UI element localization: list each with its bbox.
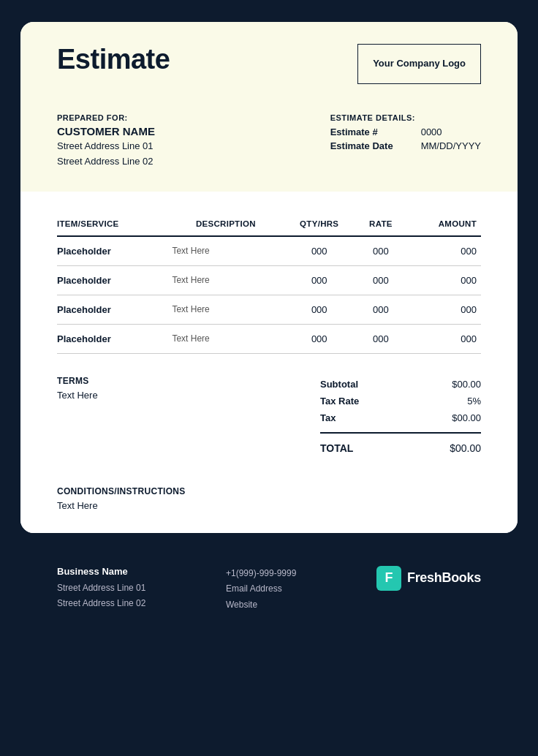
col-amount: AMOUNT <box>407 213 481 236</box>
cell-rate-3: 000 <box>359 324 406 353</box>
tax-rate-row: Tax Rate 5% <box>320 393 481 409</box>
cell-item-1: Placeholder <box>57 265 172 295</box>
doc-title-block: Estimate <box>57 44 170 75</box>
estimate-number-value: 0000 <box>421 126 442 137</box>
tax-value: $00.00 <box>452 412 481 423</box>
customer-name: CUSTOMER NAME <box>57 125 155 137</box>
cell-qty-0: 000 <box>284 236 359 266</box>
page-footer: Business Name Street Address Line 01 Str… <box>20 548 518 635</box>
totals-divider <box>320 432 481 434</box>
cell-amount-3: 000 <box>407 324 481 353</box>
subtotal-label: Subtotal <box>320 379 358 390</box>
estimate-date-value: MM/DD/YYYY <box>421 140 481 151</box>
items-table: ITEM/SERVICE DESCRIPTION QTY/HRS RATE AM… <box>57 213 481 354</box>
cell-amount-0: 000 <box>407 236 481 266</box>
tax-label: Tax <box>320 412 336 423</box>
total-label: TOTAL <box>320 442 353 454</box>
total-value: $00.00 <box>450 442 481 454</box>
footer-email: Email Address <box>226 581 296 597</box>
cell-amount-2: 000 <box>407 295 481 324</box>
table-header-row: ITEM/SERVICE DESCRIPTION QTY/HRS RATE AM… <box>57 213 481 236</box>
table-row: Placeholder Text Here 000 000 000 <box>57 324 481 353</box>
cell-desc-1: Text Here <box>172 265 284 295</box>
subtotal-row: Subtotal $00.00 <box>320 376 481 393</box>
cell-rate-2: 000 <box>359 295 406 324</box>
terms-text: Text Here <box>57 390 98 401</box>
estimate-date-label: Estimate Date <box>330 140 411 151</box>
footer-contact-block: +1(999)-999-9999 Email Address Website <box>226 566 296 613</box>
footer-website: Website <box>226 597 296 613</box>
estimate-date-row: Estimate Date MM/DD/YYYY <box>330 140 481 151</box>
subtotal-value: $00.00 <box>452 379 481 390</box>
footer-phone: +1(999)-999-9999 <box>226 566 296 582</box>
footer-address-line1: Street Address Line 01 <box>57 581 145 597</box>
cell-desc-3: Text Here <box>172 324 284 353</box>
freshbooks-brand: F FreshBooks <box>376 566 481 591</box>
cell-item-0: Placeholder <box>57 236 172 266</box>
cell-rate-1: 000 <box>359 265 406 295</box>
tax-rate-value: 5% <box>467 396 481 407</box>
prepared-for-block: PREPARED FOR: CUSTOMER NAME Street Addre… <box>57 113 155 170</box>
freshbooks-name: FreshBooks <box>407 570 481 586</box>
cell-qty-1: 000 <box>284 265 359 295</box>
freshbooks-icon-letter: F <box>384 570 393 586</box>
cell-qty-2: 000 <box>284 295 359 324</box>
cell-desc-2: Text Here <box>172 295 284 324</box>
terms-totals-row: TERMS Text Here Subtotal $00.00 Tax Rate… <box>57 376 481 457</box>
cell-item-2: Placeholder <box>57 295 172 324</box>
estimate-number-row: Estimate # 0000 <box>330 126 481 137</box>
address-line-1: Street Address Line 01 <box>57 139 155 154</box>
estimate-details-block: ESTIMATE DETAILS: Estimate # 0000 Estima… <box>330 113 481 154</box>
cell-qty-3: 000 <box>284 324 359 353</box>
cell-amount-1: 000 <box>407 265 481 295</box>
cell-desc-0: Text Here <box>172 236 284 266</box>
footer-business-name: Business Name <box>57 566 145 577</box>
estimate-number-label: Estimate # <box>330 126 411 137</box>
conditions-text: Text Here <box>57 500 481 511</box>
conditions-block: CONDITIONS/INSTRUCTIONS Text Here <box>57 486 481 511</box>
estimate-details-label: ESTIMATE DETAILS: <box>330 113 481 122</box>
footer-address-line2: Street Address Line 02 <box>57 596 145 612</box>
terms-block: TERMS Text Here <box>57 376 98 401</box>
terms-label: TERMS <box>57 376 98 386</box>
doc-header: Estimate Your Company Logo <box>20 22 518 106</box>
freshbooks-icon: F <box>376 566 401 591</box>
cell-item-3: Placeholder <box>57 324 172 353</box>
address-line-2: Street Address Line 02 <box>57 154 155 170</box>
document-wrapper: Estimate Your Company Logo PREPARED FOR:… <box>20 22 518 533</box>
col-item: ITEM/SERVICE <box>57 213 172 236</box>
doc-body: ITEM/SERVICE DESCRIPTION QTY/HRS RATE AM… <box>20 192 518 533</box>
col-qty: QTY/HRS <box>284 213 359 236</box>
cell-rate-0: 000 <box>359 236 406 266</box>
table-row: Placeholder Text Here 000 000 000 <box>57 236 481 266</box>
footer-left: Business Name Street Address Line 01 Str… <box>57 566 145 612</box>
totals-block: Subtotal $00.00 Tax Rate 5% Tax $00.00 T… <box>320 376 481 457</box>
prepared-for-label: PREPARED FOR: <box>57 113 155 122</box>
table-row: Placeholder Text Here 000 000 000 <box>57 295 481 324</box>
tax-rate-label: Tax Rate <box>320 396 359 407</box>
company-logo-box: Your Company Logo <box>357 44 481 84</box>
doc-title: Estimate <box>57 44 170 75</box>
col-description: DESCRIPTION <box>172 213 284 236</box>
company-logo-text: Your Company Logo <box>373 57 466 70</box>
table-row: Placeholder Text Here 000 000 000 <box>57 265 481 295</box>
doc-info-section: PREPARED FOR: CUSTOMER NAME Street Addre… <box>20 106 518 192</box>
total-row: TOTAL $00.00 <box>320 439 481 457</box>
conditions-label: CONDITIONS/INSTRUCTIONS <box>57 486 481 496</box>
tax-row: Tax $00.00 <box>320 409 481 426</box>
col-rate: RATE <box>359 213 406 236</box>
